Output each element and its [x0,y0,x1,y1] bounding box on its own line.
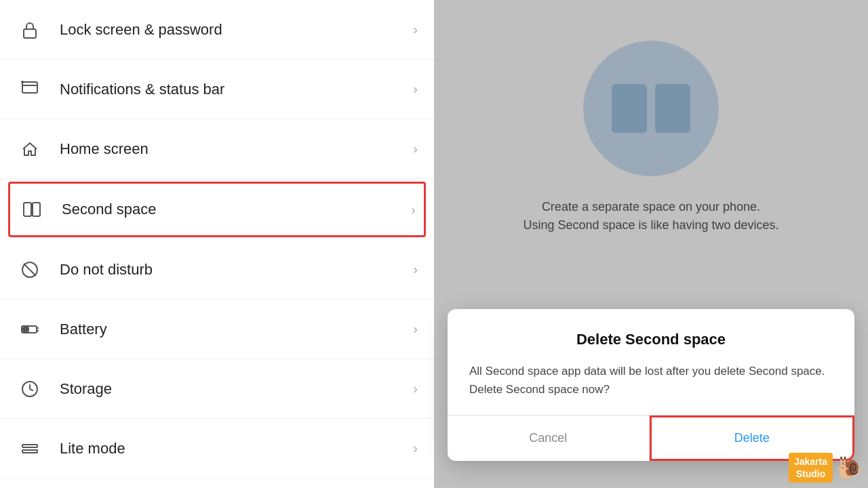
settings-item-dnd[interactable]: Do not disturb › [0,240,434,300]
svg-rect-13 [22,445,37,447]
right-panel: Create a separate space on your phone. U… [434,0,868,488]
svg-rect-4 [24,203,31,216]
dnd-icon [16,256,43,283]
home-icon [16,136,43,163]
cancel-button[interactable]: Cancel [448,415,650,461]
storage-chevron: › [413,381,418,396]
second-space-label: Second space [62,201,411,218]
svg-rect-5 [33,203,40,216]
lock-screen-chevron: › [413,22,418,37]
dnd-chevron: › [413,262,418,277]
dialog-title: Delete Second space [469,331,833,348]
lock-screen-label: Lock screen & password [60,21,413,39]
settings-item-lock-screen[interactable]: Lock screen & password › [0,0,434,60]
settings-item-notifications[interactable]: Notifications & status bar › [0,60,434,119]
settings-item-storage[interactable]: Storage › [0,359,434,419]
storage-icon [16,375,43,403]
home-screen-chevron: › [413,141,418,157]
svg-rect-14 [22,450,37,453]
lock-icon [16,16,43,43]
snail-icon: 🐌 [835,455,863,481]
dnd-label: Do not disturb [60,261,413,279]
storage-label: Storage [60,380,413,398]
lite-mode-label: Lite mode [60,440,413,458]
battery-icon [16,316,43,343]
svg-line-7 [24,264,36,276]
settings-panel: Lock screen & password › Notifications &… [0,0,434,488]
settings-item-home-screen[interactable]: Home screen › [0,119,434,179]
notifications-chevron: › [413,81,418,97]
battery-label: Battery [60,321,413,338]
watermark: Jakarta Studio 🐌 [789,453,863,483]
lite-icon [16,435,43,462]
dialog-overlay: Delete Second space All Second space app… [434,0,868,488]
notification-icon [16,76,43,103]
settings-item-battery[interactable]: Battery › [0,300,434,359]
svg-rect-0 [24,29,36,38]
svg-rect-1 [22,82,37,93]
settings-item-additional[interactable]: Additional settings › [0,479,434,488]
watermark-text: Jakarta Studio [789,453,833,483]
lite-mode-chevron: › [413,441,418,456]
svg-point-3 [22,81,23,83]
settings-item-lite-mode[interactable]: Lite mode › [0,419,434,479]
delete-dialog: Delete Second space All Second space app… [448,309,854,461]
notifications-label: Notifications & status bar [60,81,413,98]
svg-rect-11 [23,327,28,331]
dialog-body: All Second space app data will be lost a… [469,362,833,399]
battery-chevron: › [413,321,418,337]
second-space-icon [18,196,45,223]
settings-item-second-space[interactable]: Second space › [8,182,426,237]
second-space-chevron: › [411,202,416,218]
home-screen-label: Home screen [60,140,413,158]
